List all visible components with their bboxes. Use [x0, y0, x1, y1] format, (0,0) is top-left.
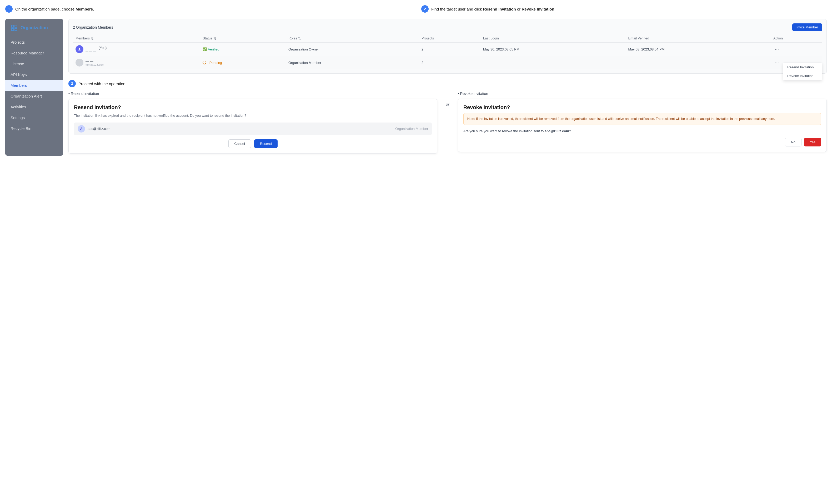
email-verified-cell-2: — —	[625, 56, 771, 69]
step1-item: 1 On the organization page, choose Membe…	[5, 5, 411, 12]
step3-content: Resend invitation Resend Invitation? The…	[69, 91, 827, 153]
member-sub: — — —	[85, 50, 107, 53]
resend-invitation-option[interactable]: Resend Invitation	[783, 63, 822, 72]
role-cell-2: Organization Member	[286, 56, 419, 69]
resend-dialog-title: Resend Invitation?	[74, 104, 432, 110]
sidebar-item-members[interactable]: Members	[5, 80, 63, 91]
member-name: — —	[85, 59, 104, 63]
step3-header: 3 Proceed with the operation.	[69, 80, 827, 87]
warning-text: Note: If the invitation is revoked, the …	[467, 116, 817, 121]
step3-circle: 3	[69, 80, 76, 87]
step3-label: Proceed with the operation.	[78, 82, 127, 86]
status-cell-1: ✅ Verified	[200, 43, 286, 56]
resend-email: abc@zilliz.com	[87, 127, 393, 131]
revoke-bullet: Revoke invitation	[458, 91, 827, 96]
members-header: 2 Organization Members Invite Member	[73, 23, 822, 31]
svg-point-4	[79, 48, 80, 49]
member-cell-2: — — — tom@123.com	[73, 56, 200, 69]
status-label: Pending	[209, 61, 222, 65]
sidebar: Organization Projects Resource Manager L…	[5, 19, 63, 156]
table-header: Members ⇅ Status ⇅ Roles ⇅ Projects Last…	[73, 34, 822, 43]
main-layout: Organization Projects Resource Manager L…	[5, 19, 827, 156]
col-email-verified: Email Verified	[625, 34, 771, 43]
projects-cell-2: 2	[419, 56, 480, 69]
sidebar-item-activities[interactable]: Activities	[5, 102, 63, 112]
content-area: 2 Organization Members Invite Member Mem…	[69, 19, 827, 156]
step2-circle: 2	[421, 5, 428, 12]
steps-header: 1 On the organization page, choose Membe…	[5, 5, 827, 12]
step1-circle: 1	[5, 5, 12, 12]
sidebar-nav: Projects Resource Manager License API Ke…	[5, 37, 63, 134]
sidebar-item-resource-manager[interactable]: Resource Manager	[5, 48, 63, 58]
avatar: —	[76, 59, 83, 66]
resend-button[interactable]: Resend	[254, 139, 278, 148]
sidebar-item-license[interactable]: License	[5, 58, 63, 69]
step2-item: 2 Find the target user and click Resend …	[421, 5, 827, 12]
svg-rect-1	[15, 25, 17, 27]
table-body: — — — (You) — — — ✅ Verified	[73, 43, 822, 69]
revoke-dialog-actions: No Yes	[463, 138, 821, 146]
resend-dialog: Resend Invitation? The invitation link h…	[69, 99, 437, 153]
action-dots-button-2[interactable]: ···	[773, 59, 780, 66]
resend-bullet: Resend invitation	[69, 91, 437, 96]
sidebar-header: Organization	[5, 24, 63, 37]
member-info: — — tom@123.com	[85, 59, 104, 66]
col-action: Action	[771, 34, 822, 43]
sidebar-org-title: Organization	[21, 25, 48, 30]
col-roles: Roles ⇅	[286, 34, 419, 43]
member-cell-1: — — — (You) — — —	[73, 43, 200, 56]
check-icon: ✅	[203, 47, 207, 51]
members-count: 2 Organization Members	[73, 25, 113, 29]
sidebar-item-org-alert[interactable]: Organization Alert	[5, 91, 63, 102]
action-dots-button-1[interactable]: ···	[773, 46, 780, 53]
svg-rect-0	[11, 25, 14, 27]
warning-box: Note: If the invitation is revoked, the …	[463, 113, 821, 125]
resend-section: Resend invitation Resend Invitation? The…	[69, 91, 437, 153]
cancel-button[interactable]: Cancel	[228, 139, 251, 148]
resend-avatar: A	[78, 125, 85, 133]
revoke-dialog-title: Revoke Invitation?	[463, 104, 821, 110]
last-login-cell-2: — —	[480, 56, 626, 69]
projects-cell-1: 2	[419, 43, 480, 56]
action-dropdown: Resend Invitation Revoke Invitation	[783, 62, 822, 80]
table-row: — — — tom@123.com Pe	[73, 56, 822, 69]
col-projects: Projects	[419, 34, 480, 43]
svg-rect-3	[15, 28, 17, 30]
resend-dialog-desc: The invitation link has expired and the …	[74, 113, 432, 118]
revoke-section: Revoke invitation Revoke Invitation? Not…	[458, 91, 827, 152]
member-name: — — — (You)	[85, 46, 107, 50]
step1-text: On the organization page, choose Members…	[15, 7, 94, 11]
step3-section: 3 Proceed with the operation. Resend inv…	[69, 80, 827, 153]
no-button[interactable]: No	[785, 138, 802, 146]
table-row: — — — (You) — — — ✅ Verified	[73, 43, 822, 56]
members-table: Members ⇅ Status ⇅ Roles ⇅ Projects Last…	[73, 34, 822, 69]
action-cell-1: ···	[771, 43, 822, 56]
avatar	[76, 45, 83, 53]
or-label: or	[446, 91, 449, 107]
col-members: Members ⇅	[73, 34, 200, 43]
resend-member-row: A abc@zilliz.com Organization Member	[74, 122, 432, 135]
last-login-cell-1: May 30, 2023,03:05 PM	[480, 43, 626, 56]
revoke-dialog: Revoke Invitation? Note: If the invitati…	[458, 99, 827, 152]
sidebar-item-settings[interactable]: Settings	[5, 112, 63, 123]
col-last-login: Last Login	[480, 34, 626, 43]
revoke-invitation-option[interactable]: Revoke Invitation	[783, 72, 822, 80]
sidebar-item-projects[interactable]: Projects	[5, 37, 63, 48]
step2-text: Find the target user and click Resend In…	[431, 7, 555, 11]
email-verified-cell-1: May 08, 2023,08:54 PM	[625, 43, 771, 56]
sidebar-item-recycle-bin[interactable]: Recycle Bin	[5, 123, 63, 134]
role-cell-1: Organization Owner	[286, 43, 419, 56]
confirm-text: Are you sure you want to revoke the invi…	[463, 129, 821, 134]
resend-role: Organization Member	[395, 127, 428, 131]
member-email: tom@123.com	[85, 63, 104, 66]
member-info: — — — (You) — — —	[85, 46, 107, 53]
invite-member-button[interactable]: Invite Member	[792, 23, 822, 31]
svg-rect-2	[11, 28, 14, 30]
members-section: 2 Organization Members Invite Member Mem…	[69, 19, 827, 74]
sidebar-item-api-keys[interactable]: API Keys	[5, 69, 63, 80]
col-status: Status ⇅	[200, 34, 286, 43]
org-icon	[10, 24, 18, 32]
yes-button[interactable]: Yes	[804, 138, 821, 146]
resend-dialog-actions: Cancel Resend	[74, 139, 432, 148]
status-label: Verified	[208, 47, 219, 51]
